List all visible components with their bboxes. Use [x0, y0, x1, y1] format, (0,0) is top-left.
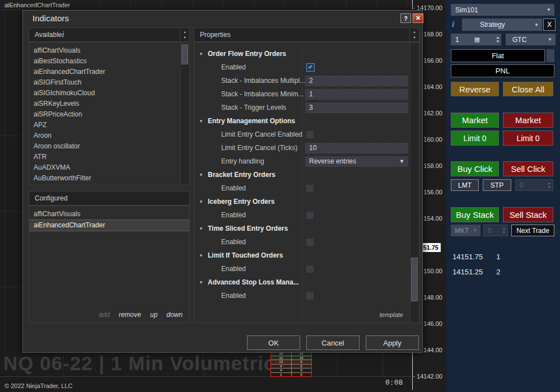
property-input[interactable]: 2 [305, 76, 408, 86]
strategy-info-icon[interactable]: i [452, 20, 454, 29]
list-item[interactable]: affiChartVisuals [29, 45, 189, 56]
price-axis-label: 148.00 [423, 294, 442, 301]
properties-scrollbar[interactable] [410, 43, 419, 323]
buy-market-button[interactable]: Market [451, 113, 499, 128]
property-group-row[interactable]: ▼Bracket Entry Orders [194, 168, 410, 181]
list-item[interactable]: aiSRKeyLevels [29, 99, 189, 109]
strategy-select-value: Strategy [480, 21, 505, 29]
checkbox[interactable] [306, 131, 314, 138]
buy-click-button[interactable]: Buy Click [451, 161, 499, 176]
list-item[interactable]: aiEnhancedChartTrader [29, 220, 189, 231]
list-item[interactable]: aiSIGFirstTouch [29, 77, 189, 88]
property-input[interactable]: 10 [305, 143, 408, 153]
list-item[interactable]: APZ [29, 120, 189, 130]
expand-triangle-icon[interactable]: ▼ [199, 119, 208, 124]
property-group-label: Iceberg Entry Orders [208, 198, 274, 206]
stp-button[interactable]: STP [483, 179, 511, 191]
buy-limit-button[interactable]: Limit 0 [451, 130, 499, 146]
close-strategy-button[interactable]: X [543, 18, 556, 31]
checkbox[interactable] [306, 292, 314, 300]
account-select[interactable]: Sim101 ▼ [451, 4, 554, 16]
property-row: Limit Entry Cancel (Ticks)10 [194, 141, 410, 155]
property-input[interactable]: 3 [305, 102, 408, 113]
spinner-up-icon: ▲ [547, 181, 552, 185]
close-icon[interactable]: ✕ [413, 13, 423, 23]
reverse-button[interactable]: Reverse [451, 82, 499, 96]
list-item[interactable]: AuADXVMA [29, 162, 189, 173]
expand-triangle-icon[interactable]: ▼ [199, 280, 208, 285]
template-link[interactable]: template [380, 311, 403, 318]
calculator-icon[interactable]: ▦ [474, 36, 481, 43]
ok-button[interactable]: OK [247, 335, 300, 350]
property-group-label: Time Sliced Entry Orders [208, 225, 288, 232]
expand-triangle-icon[interactable]: ▼ [199, 172, 208, 178]
property-group-row[interactable]: ▼Order Flow Entry Orders [194, 47, 410, 60]
footprint-bid-volume: 13 [271, 360, 292, 364]
list-item[interactable]: AuButterworthFilter [29, 173, 189, 184]
scrollbar-thumb[interactable] [411, 258, 418, 301]
property-label: Enabled [221, 238, 246, 246]
expand-triangle-icon[interactable]: ▼ [199, 226, 208, 231]
close-all-button[interactable]: Close All [503, 82, 553, 96]
property-group-row[interactable]: ▼Entry Management Options [194, 114, 410, 128]
help-button[interactable]: ? [400, 13, 411, 23]
flat-side-button[interactable] [547, 49, 554, 62]
sell-click-button[interactable]: Sell Click [503, 161, 553, 176]
next-trade-button[interactable]: Next Trade [511, 225, 554, 236]
remove-link[interactable]: remove [119, 311, 141, 319]
expand-triangle-icon[interactable]: ▼ [199, 199, 208, 204]
up-link[interactable]: up [150, 311, 157, 319]
footprint-row: 40 [271, 368, 311, 372]
sell-limit-button[interactable]: Limit 0 [503, 130, 553, 146]
property-group-row[interactable]: ▼Iceberg Entry Orders [194, 195, 410, 208]
list-item[interactable]: affiChartVisuals [29, 209, 189, 220]
list-item[interactable]: ATR [29, 152, 189, 162]
tif-select[interactable]: GTC ▼ [506, 34, 556, 45]
checkbox[interactable] [306, 265, 314, 273]
list-item[interactable]: aiBestStochastics [29, 56, 189, 67]
cancel-button[interactable]: Cancel [306, 335, 360, 350]
down-link[interactable]: down [166, 311, 183, 319]
available-scroll-arrows[interactable]: ▲ ▼ [180, 28, 189, 41]
time-axis-separator [0, 376, 413, 377]
list-item[interactable]: Aroon [29, 130, 189, 141]
price-axis-label: 144.00 [423, 347, 442, 353]
strategy-select[interactable]: Strategy ▼ [462, 18, 542, 31]
position-flat-button[interactable]: Flat [451, 49, 545, 62]
checkbox[interactable] [306, 212, 314, 219]
apply-button[interactable]: Apply [366, 335, 419, 350]
property-row: Enabled [194, 208, 410, 222]
checkbox[interactable] [306, 185, 314, 192]
property-input[interactable]: 1 [305, 89, 408, 100]
property-row: Enabled [194, 235, 410, 249]
property-group-row[interactable]: ▼Time Sliced Entry Orders [194, 222, 410, 235]
sell-stack-button[interactable]: Sell Stack [503, 207, 553, 222]
footprint-row: 40 [271, 364, 311, 368]
checkbox[interactable] [306, 239, 314, 246]
property-group-row[interactable]: ▼Advanced Stop Loss Mana... [194, 276, 410, 289]
property-select[interactable]: Reverse entries▼ [305, 156, 408, 167]
buy-stack-button[interactable]: Buy Stack [451, 207, 499, 222]
scrollbar-thumb[interactable] [181, 44, 188, 64]
list-item[interactable]: aiEnhancedChartTrader [29, 67, 189, 77]
list-item[interactable]: aiSRPriceAction [29, 109, 189, 120]
expand-triangle-icon[interactable]: ▼ [199, 52, 208, 57]
list-item[interactable]: Aroon oscillator [29, 141, 189, 152]
property-group-row[interactable]: ▼Limit If Touched Orders [194, 249, 410, 262]
price-axis-label: 154.00 [423, 215, 442, 222]
list-item[interactable]: aiSIGIchimokuCloud [29, 88, 189, 99]
info-icon[interactable]: i [62, 30, 64, 39]
property-group-label: Order Flow Entry Orders [208, 50, 286, 58]
expand-triangle-icon[interactable]: ▼ [199, 253, 208, 258]
pnl-button[interactable]: PNL [451, 64, 554, 77]
available-scrollbar[interactable] [180, 43, 189, 185]
quantity-stepper[interactable]: ▲ ▼ [496, 36, 501, 43]
footprint-bid-volume: 12 [271, 356, 292, 360]
price-axis-label: 160.00 [423, 136, 442, 143]
available-header: Available i ▲ ▼ [29, 27, 190, 42]
quantity-input[interactable]: 1 ▦ ▲ ▼ [451, 34, 501, 45]
sell-market-button[interactable]: Market [503, 113, 553, 128]
properties-scroll-arrows[interactable]: ▲ ▼ [409, 28, 419, 41]
checkbox[interactable]: ✔ [306, 63, 315, 72]
lmt-button[interactable]: LMT [451, 179, 479, 191]
